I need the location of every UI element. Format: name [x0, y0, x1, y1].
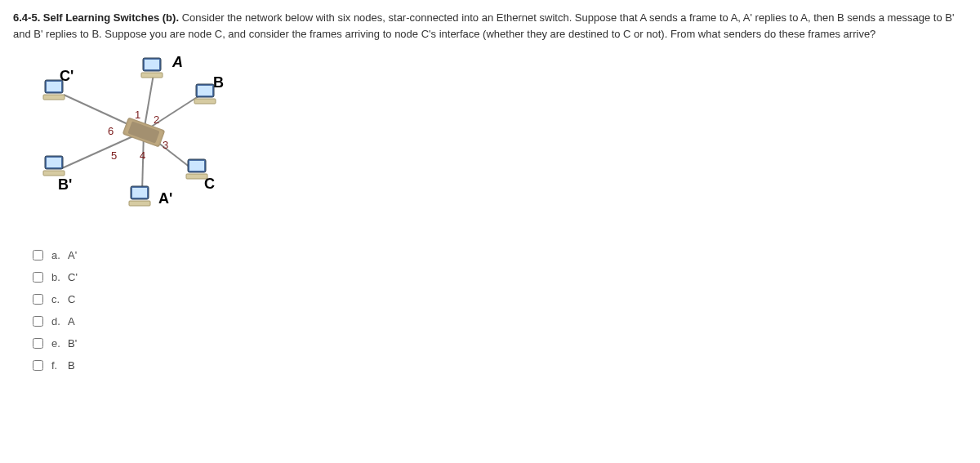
option-a-text: A'	[68, 249, 77, 261]
option-d-letter: d.	[51, 315, 68, 327]
option-a-checkbox[interactable]	[33, 250, 43, 260]
svg-rect-17	[43, 171, 65, 176]
option-d-text: A	[68, 315, 75, 327]
option-b[interactable]: b. C'	[33, 266, 967, 288]
question-number-title: 6.4-5. Self Learning Switches (b).	[13, 11, 179, 24]
option-f[interactable]: f. B	[33, 354, 967, 376]
option-c[interactable]: c. C	[33, 288, 967, 310]
node-label-B: B	[213, 74, 224, 91]
node-label-A: A	[172, 54, 183, 71]
option-a-letter: a.	[51, 249, 68, 261]
svg-rect-14	[194, 99, 216, 104]
svg-rect-19	[189, 161, 204, 171]
port-4: 4	[140, 149, 145, 162]
node-label-C: C	[204, 176, 215, 193]
node-pc-Aprime	[127, 185, 152, 207]
svg-rect-11	[43, 95, 65, 100]
network-diagram: A C' B B' C A' 1 2 3 4 5 6	[13, 50, 258, 229]
node-label-Aprime: A'	[158, 190, 172, 207]
option-d[interactable]: d. A	[33, 310, 967, 332]
port-2: 2	[154, 114, 159, 126]
node-pc-A	[140, 56, 164, 79]
node-label-Bprime: B'	[58, 176, 72, 194]
answer-options: a. A' b. C' c. C d. A e. B' f. B	[33, 244, 967, 376]
option-a[interactable]: a. A'	[33, 244, 967, 266]
option-d-checkbox[interactable]	[33, 316, 43, 327]
port-1: 1	[135, 109, 140, 121]
option-c-text: C	[68, 293, 75, 305]
svg-rect-16	[47, 158, 61, 167]
option-c-checkbox[interactable]	[33, 294, 43, 305]
svg-rect-23	[129, 201, 150, 206]
svg-rect-22	[132, 188, 147, 198]
question-header: 6.4-5. Self Learning Switches (b). Consi…	[13, 10, 967, 42]
option-e-checkbox[interactable]	[33, 338, 43, 349]
svg-rect-8	[141, 73, 163, 78]
node-pc-Bprime	[42, 154, 66, 177]
option-c-letter: c.	[51, 293, 68, 305]
svg-rect-13	[198, 86, 212, 96]
option-b-checkbox[interactable]	[33, 272, 43, 283]
node-label-Cprime: C'	[60, 68, 74, 85]
port-6: 6	[108, 125, 114, 137]
option-f-checkbox[interactable]	[33, 360, 43, 371]
svg-rect-7	[145, 60, 159, 69]
option-e-letter: e.	[51, 337, 68, 349]
option-e-text: B'	[68, 337, 77, 349]
option-b-letter: b.	[51, 271, 68, 283]
option-e[interactable]: e. B'	[33, 332, 967, 354]
port-5: 5	[111, 149, 117, 162]
option-f-text: B	[68, 359, 75, 372]
option-b-text: C'	[68, 271, 78, 283]
option-f-letter: f.	[51, 359, 68, 372]
port-3: 3	[163, 139, 168, 151]
